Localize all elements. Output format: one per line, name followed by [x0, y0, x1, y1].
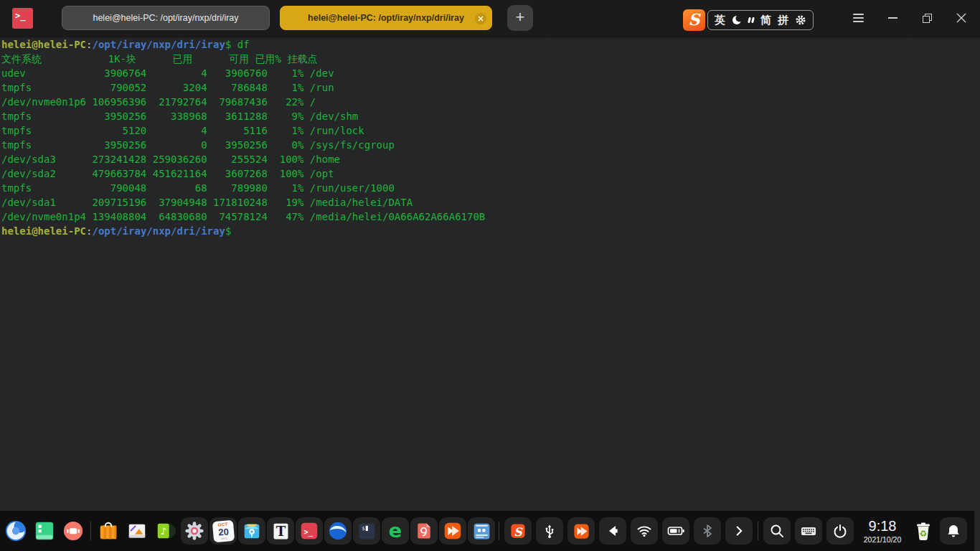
svg-text:T: T	[275, 523, 286, 538]
close-icon	[478, 16, 484, 22]
minimize-button[interactable]	[883, 9, 902, 27]
ime-input-mode[interactable]: 拼	[778, 14, 788, 27]
minimize-icon	[888, 17, 897, 19]
bell-icon	[945, 522, 962, 540]
maximize-button[interactable]	[918, 9, 936, 27]
ime-charset-toggle[interactable]: 简	[760, 14, 771, 27]
dock-search[interactable]	[761, 511, 793, 551]
svg-text:>_: >_	[304, 527, 314, 537]
tab-title: helei@helei-PC: /opt/iray/nxp/dri/iray	[308, 13, 464, 23]
dock-edge-browser[interactable]: e	[381, 511, 410, 551]
usb-icon	[541, 522, 558, 540]
dock-music-player[interactable]: ♪	[151, 511, 180, 551]
ime-status-bar: 英 简 拼	[707, 10, 814, 30]
multitasking-icon	[34, 520, 55, 542]
show-desktop-icon	[62, 520, 84, 542]
dock-power[interactable]	[824, 511, 856, 551]
terminal-titlebar: >_ helei@helei-PC: /opt/iray/nxp/dri/ira…	[0, 0, 980, 36]
close-button[interactable]	[952, 9, 971, 27]
wifi-icon	[636, 522, 653, 540]
punctuation-mode-icon[interactable]	[748, 17, 754, 23]
tab-bar: helei@helei-PC: /opt/iray/nxp/dri/irayhe…	[62, 6, 492, 30]
terminal-tab[interactable]: helei@helei-PC: /opt/iray/nxp/dri/iray	[280, 6, 492, 30]
tab-close-button[interactable]	[475, 13, 486, 24]
dock-clock[interactable]: 9:18 2021/10/20	[856, 511, 909, 551]
clock-date: 2021/10/20	[864, 535, 902, 544]
ime-settings-gear-icon[interactable]	[795, 14, 806, 26]
keyboard-icon	[799, 522, 818, 540]
shopping-bag-icon	[98, 520, 119, 542]
calendar-icon: OCT 20 WED	[212, 519, 234, 542]
tray-expand[interactable]	[723, 511, 755, 551]
dock: ♪ OCT 20 WED	[0, 511, 980, 551]
dock-calendar[interactable]: OCT 20 WED	[209, 511, 237, 551]
terminal-viewport[interactable]: helei@helei-PC:/opt/iray/nxp/dri/iray$ d…	[0, 36, 980, 511]
svg-text:S: S	[514, 525, 523, 539]
show-desktop-strip[interactable]	[974, 511, 980, 551]
svg-text:$: $	[362, 524, 364, 531]
speaker-icon	[604, 522, 621, 540]
dock-show-desktop[interactable]	[59, 511, 88, 551]
dock-control-center[interactable]	[180, 511, 209, 551]
dock-separator	[90, 522, 91, 540]
dock-terminal[interactable]: >_	[295, 511, 324, 551]
play-arrows-icon	[442, 520, 463, 542]
browser-icon	[327, 520, 349, 542]
dock-app-store[interactable]	[94, 511, 123, 551]
notes-icon	[471, 521, 492, 542]
play-arrows-icon	[572, 522, 591, 541]
restore-icon	[923, 14, 932, 23]
dock-separator	[499, 522, 499, 540]
bluetooth-icon	[699, 522, 716, 540]
terminal-icon: >_	[298, 520, 320, 542]
dock-media-app[interactable]	[438, 511, 467, 551]
dock-browser[interactable]	[324, 511, 352, 551]
menu-button[interactable]	[849, 9, 867, 27]
image-viewer-icon	[126, 520, 148, 542]
power-icon	[831, 522, 849, 540]
tray-volume[interactable]	[597, 511, 628, 551]
terminal-tab[interactable]: helei@helei-PC: /opt/iray/nxp/dri/iray	[62, 6, 270, 30]
edge-icon: e	[385, 520, 406, 542]
document-loop-icon	[414, 521, 434, 541]
dock-dark-terminal-app[interactable]: $	[352, 511, 381, 551]
hamburger-icon	[853, 14, 864, 22]
dock-launcher[interactable]	[1, 511, 30, 551]
dock-notes-app[interactable]	[467, 511, 496, 551]
tray-battery[interactable]	[660, 511, 692, 551]
dock-image-viewer[interactable]	[123, 511, 151, 551]
tray-sogou-ime[interactable]: S	[502, 511, 534, 551]
new-tab-button[interactable]: +	[507, 5, 533, 31]
gear-icon	[184, 520, 205, 542]
tray-wifi-network[interactable]	[628, 511, 660, 551]
music-note-icon: ♪	[155, 520, 176, 542]
dock-multitasking-view[interactable]	[30, 511, 59, 551]
tray-media-app[interactable]	[565, 511, 597, 551]
svg-text:♻: ♻	[920, 529, 928, 539]
pin-box-icon	[241, 520, 263, 542]
svg-text:e: e	[389, 520, 402, 542]
dock-notifications[interactable]	[938, 511, 969, 551]
tab-title: helei@helei-PC: /opt/iray/nxp/dri/iray	[93, 13, 238, 23]
dock-document-app[interactable]	[410, 511, 438, 551]
ime-panel: S 英 简 拼	[683, 9, 814, 31]
sogou-ime-logo-icon[interactable]: S	[683, 9, 705, 31]
sogou-icon: S	[508, 521, 528, 541]
dock-onscreen-keyboard[interactable]	[793, 511, 824, 551]
close-icon	[956, 13, 966, 23]
trash-icon: ♻	[912, 519, 935, 542]
dock-separator	[758, 522, 758, 540]
clock-time: 9:18	[869, 518, 897, 534]
shell-prompt-icon: $	[357, 521, 377, 542]
dock-pin-box-app[interactable]	[237, 511, 266, 551]
chevron-right-icon	[731, 523, 747, 539]
dock-trash[interactable]: ♻	[909, 511, 938, 551]
tray-bluetooth[interactable]	[692, 511, 723, 551]
launcher-icon	[5, 520, 27, 542]
ime-language-toggle[interactable]: 英	[715, 14, 725, 27]
dock-text-editor[interactable]: T	[266, 511, 295, 551]
tray-usb-device[interactable]	[534, 511, 565, 551]
svg-text:♪: ♪	[161, 526, 166, 537]
moon-icon[interactable]	[732, 15, 742, 25]
terminal-app-icon: >_	[12, 8, 33, 29]
